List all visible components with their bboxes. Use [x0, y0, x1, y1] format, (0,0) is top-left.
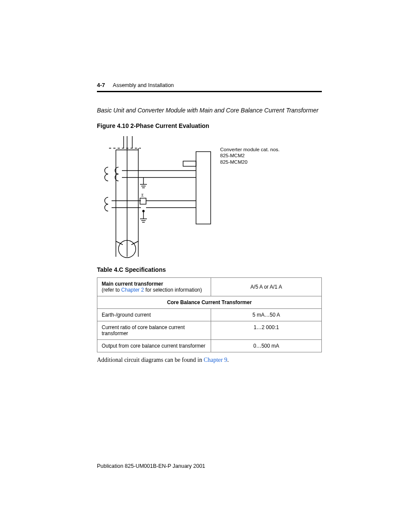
table-row: Main current transformer (refer to Chapt… [97, 278, 322, 296]
table-row: Core Balance Current Transformer [97, 296, 322, 309]
running-header: 4-7 Assembly and Installation [97, 82, 321, 88]
figure-area: Σ Converter module cat. nos. 825-MCM2 82… [97, 134, 321, 258]
additional-note: Additional circuit diagrams can be found… [97, 357, 321, 364]
circuit-diagram: Σ [97, 134, 213, 258]
svg-line-9 [116, 241, 123, 245]
publication-line: Publication 825-UM001B-EN-P January 2001 [97, 463, 205, 469]
section-title: Assembly and Installation [113, 82, 174, 88]
section-subtitle: Basic Unit and Converter Module with Mai… [97, 107, 321, 114]
table-row: Earth-/ground current 5 mA…50 A [97, 309, 322, 321]
svg-rect-28 [183, 161, 196, 166]
module-note: Converter module cat. nos. 825-MCM2 825-… [220, 134, 280, 165]
table-row: Current ratio of core balance current tr… [97, 321, 322, 340]
module-note-l3: 825-MCM20 [220, 159, 280, 165]
sigma-label: Σ [141, 193, 144, 197]
specifications-table: Main current transformer (refer to Chapt… [97, 277, 322, 352]
svg-rect-19 [140, 198, 146, 204]
output-label: Output from core balance current transfo… [97, 340, 211, 352]
svg-line-10 [131, 241, 138, 245]
ratio-value: 1…2 000:1 [211, 321, 322, 340]
module-note-l2: 825-MCM2 [220, 152, 280, 159]
refer-prefix: (refer to [102, 287, 121, 293]
figure-caption: Figure 4.10 2-Phase Current Evaluation [97, 122, 321, 129]
output-value: 0…500 mA [211, 340, 322, 352]
chapter-9-link[interactable]: Chapter 9 [204, 357, 227, 363]
module-note-l1: Converter module cat. nos. [220, 146, 280, 152]
document-page: 4-7 Assembly and Installation Basic Unit… [0, 0, 411, 532]
additional-prefix: Additional circuit diagrams can be found… [97, 357, 204, 363]
main-ct-label: Main current transformer [102, 281, 163, 287]
ratio-label: Current ratio of core balance current tr… [97, 321, 211, 340]
earth-current-value: 5 mA…50 A [211, 309, 322, 321]
earth-current-label: Earth-/ground current [97, 309, 211, 321]
page-number: 4-7 [97, 82, 105, 88]
table-row: Output from core balance current transfo… [97, 340, 322, 352]
main-ct-value: A/5 A or A/1 A [211, 278, 322, 296]
refer-suffix: for selection information) [144, 287, 202, 293]
svg-rect-27 [196, 152, 211, 224]
diagram-svg: Σ [97, 134, 213, 258]
table-caption: Table 4.C Specifications [97, 266, 321, 273]
core-balance-header: Core Balance Current Transformer [97, 296, 322, 309]
svg-point-23 [143, 210, 144, 212]
additional-suffix: . [227, 357, 229, 363]
header-rule [97, 91, 322, 92]
chapter-2-link[interactable]: Chapter 2 [121, 287, 144, 293]
